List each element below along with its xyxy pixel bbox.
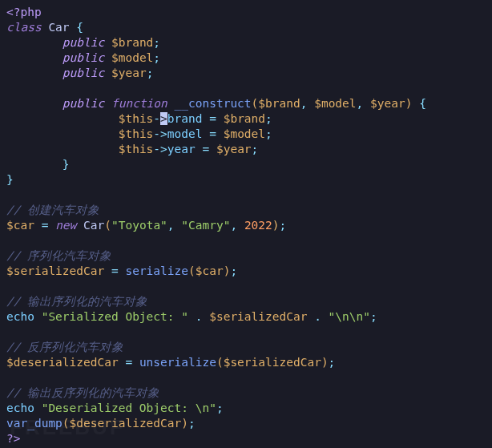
var-brand: $brand	[224, 112, 265, 125]
kw-new: new	[55, 219, 76, 232]
var-deserializedcar: $deserializedCar	[70, 417, 182, 430]
fn-serialize: serialize	[125, 264, 188, 277]
class-car: Car	[83, 219, 104, 232]
fn-var-dump: var_dump	[6, 417, 63, 430]
kw-public: public	[63, 97, 104, 110]
kw-class: class	[6, 21, 42, 34]
var-model: $model	[111, 51, 153, 64]
comment-echo-deser: // 输出反序列化的汽车对象	[6, 386, 159, 399]
fn-construct: __construct	[175, 97, 252, 110]
param-brand: $brand	[258, 97, 300, 110]
var-serializedcar: $serializedCar	[224, 356, 321, 369]
prop-brand: brand	[167, 112, 203, 125]
cursor: >	[160, 112, 167, 125]
num-2022: 2022	[244, 219, 272, 232]
comment-serialize: // 序列化汽车对象	[6, 249, 111, 262]
var-serializedcar: $serializedCar	[209, 310, 307, 323]
var-car: $car	[6, 219, 34, 232]
php-code-block: <?php class Car { public $brand; public …	[0, 0, 492, 448]
var-serializedcar: $serializedCar	[6, 264, 104, 277]
prop-year: year	[167, 143, 196, 155]
var-brand: $brand	[111, 36, 153, 49]
kw-echo: echo	[6, 310, 34, 323]
kw-echo: echo	[6, 402, 34, 414]
var-year: $year	[216, 143, 252, 155]
kw-function: function	[111, 97, 167, 110]
var-deserializedcar: $deserializedCar	[6, 356, 119, 369]
param-model: $model	[314, 97, 356, 110]
php-open-tag: <?php	[6, 6, 42, 18]
str-camry: "Camry"	[181, 219, 230, 232]
kw-public: public	[63, 36, 104, 49]
comment-echo-ser: // 输出序列化的汽车对象	[6, 295, 147, 308]
var-this: $this	[119, 112, 154, 125]
php-close-tag: ?>	[6, 432, 20, 445]
var-this: $this	[119, 127, 154, 140]
var-car: $car	[196, 264, 224, 277]
kw-public: public	[63, 67, 104, 79]
var-year: $year	[111, 67, 147, 79]
str-deser-label: "Deserialized Object: \n"	[42, 402, 216, 414]
op-concat: .	[314, 310, 321, 323]
prop-model: model	[167, 127, 203, 140]
comment-unserialize: // 反序列化汽车对象	[6, 341, 123, 353]
op-concat: .	[196, 310, 203, 323]
var-this: $this	[119, 143, 154, 155]
class-name: Car	[48, 21, 69, 34]
kw-public: public	[63, 51, 104, 64]
fn-unserialize: unserialize	[139, 356, 216, 369]
str-nn: "\n\n"	[329, 310, 370, 323]
str-ser-label: "Serialized Object: "	[42, 310, 188, 323]
str-toyota: "Toyota"	[111, 219, 167, 232]
param-year: $year	[370, 97, 405, 110]
var-model: $model	[224, 127, 265, 140]
comment-create: // 创建汽车对象	[6, 204, 99, 216]
